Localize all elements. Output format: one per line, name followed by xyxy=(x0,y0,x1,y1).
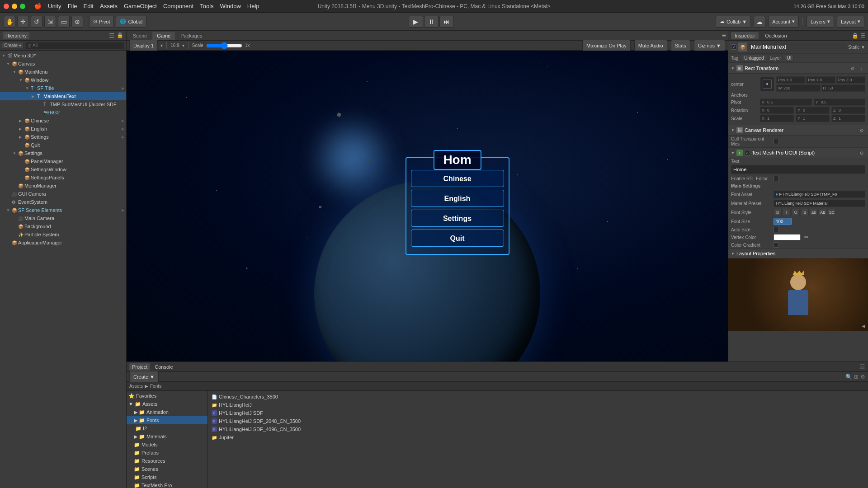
tab-scene[interactable]: Scene xyxy=(128,32,151,40)
menu-help[interactable]: Help xyxy=(247,3,259,9)
auto-size-checkbox[interactable] xyxy=(774,227,779,232)
pivot-button[interactable]: ⊙ Pivot xyxy=(89,16,114,28)
rotate-tool[interactable]: ↺ xyxy=(31,16,42,28)
pos-x-field[interactable]: Pos X0 xyxy=(776,76,805,84)
inspector-lock-icon[interactable]: 🔒 xyxy=(852,33,859,39)
layout-properties-header[interactable]: ▼ Layout Properties xyxy=(728,249,868,258)
hierarchy-bg2-item[interactable]: 📷 BG2 xyxy=(0,108,126,117)
hand-tool[interactable]: ✋ xyxy=(4,16,15,28)
layout-icon[interactable]: ⊞ xyxy=(854,374,859,380)
i2-item[interactable]: 📁 I2 xyxy=(127,424,208,432)
hierarchy-appmanager-item[interactable]: 📦 ApplicationManager xyxy=(0,239,126,247)
pivot-y-field[interactable]: Y0.5 xyxy=(814,99,866,106)
menu-component[interactable]: Component xyxy=(163,3,193,9)
rt-settings-icon[interactable]: ⊙ xyxy=(849,66,856,71)
hierarchy-sftitle-item[interactable]: ▼ T SF Title ▶ xyxy=(0,84,126,92)
hierarchy-root-item[interactable]: ▼ 🎬 Menu 3D* xyxy=(0,52,126,60)
chinese-button[interactable]: Chinese xyxy=(411,170,504,187)
hierarchy-guicamera-item[interactable]: 🎥 GUI Camera xyxy=(0,190,126,198)
uppercase-button[interactable]: AB xyxy=(819,209,827,216)
create-button[interactable]: Create ▾ xyxy=(2,42,24,49)
lowercase-button[interactable]: ab xyxy=(810,209,818,216)
pivot-x-field[interactable]: X0.5 xyxy=(760,99,812,106)
hierarchy-settingswindow-item[interactable]: 📦 SettingsWindow xyxy=(0,165,126,174)
scenes-item[interactable]: 📁 Scenes xyxy=(127,465,208,473)
static-dropdown[interactable]: Static ▼ xyxy=(848,45,865,50)
settings-icon[interactable]: ⚙ xyxy=(860,374,865,380)
textmeshpro-item[interactable]: 📁 TextMesh Pro xyxy=(127,481,208,488)
window-controls[interactable] xyxy=(4,4,25,9)
cr-settings-icon[interactable]: ⊙ xyxy=(858,127,865,133)
account-button[interactable]: Account ▾ xyxy=(768,16,799,28)
occlusion-tab[interactable]: Occlusion xyxy=(761,32,790,39)
tmp-header[interactable]: ▼ T Text Mesh Pro UGUI (Script) ⊙ xyxy=(728,147,868,158)
rot-z-field[interactable]: Z0 xyxy=(831,107,865,114)
hierarchy-particlesystem-item[interactable]: ✨ Particle System xyxy=(0,230,126,239)
settings-button[interactable]: Settings xyxy=(411,210,504,227)
hierarchy-mainmenutext-item[interactable]: ▶ T MainMenuText xyxy=(0,92,126,100)
animation-item[interactable]: ▶ 📁 Animation xyxy=(127,408,208,416)
rect-tool[interactable]: ▭ xyxy=(58,16,70,28)
menu-apple[interactable]: 🍎 xyxy=(34,3,42,9)
underline-button[interactable]: U xyxy=(792,209,800,216)
tab-game[interactable]: Game xyxy=(152,32,175,40)
project-tab[interactable]: Project xyxy=(129,363,150,371)
font-size-field[interactable]: 100 xyxy=(774,218,792,225)
menu-file[interactable]: File xyxy=(68,3,77,9)
close-button[interactable] xyxy=(4,4,9,9)
create-dropdown[interactable]: Create ▼ xyxy=(129,371,159,383)
go-name-field[interactable] xyxy=(749,43,846,51)
layout-button[interactable]: Layout ▾ xyxy=(837,16,864,28)
menu-tools[interactable]: Tools xyxy=(200,3,213,9)
play-button[interactable]: ▶ xyxy=(409,16,423,28)
file-hyliliangheil-sdf-2048[interactable]: F HYLiLiangHeiJ SDF_2048_CN_3500 xyxy=(210,417,866,425)
gizmos-button[interactable]: Gizmos ▼ xyxy=(694,40,725,52)
hierarchy-chinese-item[interactable]: ▶ 📦 Chinese ▶ xyxy=(0,117,126,125)
inspector-tab[interactable]: Inspector xyxy=(731,32,759,39)
hierarchy-quit-item[interactable]: 📦 Quit xyxy=(0,141,126,149)
mute-button[interactable]: Mute Audio xyxy=(634,40,667,52)
tmp-settings-icon[interactable]: ⊙ xyxy=(858,150,865,156)
cloud-button[interactable]: ☁ xyxy=(754,16,765,28)
hierarchy-settings2-item[interactable]: ▼ 📦 Settings xyxy=(0,149,126,157)
hierarchy-background-item[interactable]: 📦 Background xyxy=(0,222,126,230)
models-item[interactable]: 📁 Models xyxy=(127,441,208,449)
hierarchy-eventsystem-item[interactable]: ⚙ EventSystem xyxy=(0,198,126,206)
hierarchy-maincamera-item[interactable]: 🎥 Main Camera xyxy=(0,214,126,222)
file-jupiter-folder[interactable]: 📁 Jupiter xyxy=(210,433,866,441)
vertex-color-swatch[interactable] xyxy=(774,234,801,240)
english-button[interactable]: English xyxy=(411,190,504,207)
resources-item[interactable]: 📁 Resources xyxy=(127,457,208,465)
font-asset-value[interactable]: F F HYLiLiangHeiJ SDF (TMP_Fo xyxy=(774,191,865,198)
width-field[interactable]: W200 xyxy=(776,84,821,92)
go-active-checkbox[interactable] xyxy=(731,44,736,50)
scale-z-field[interactable]: Z1 xyxy=(831,115,865,122)
scale-x-field[interactable]: X1 xyxy=(760,115,794,122)
scale-y-field[interactable]: Y1 xyxy=(796,115,830,122)
rot-x-field[interactable]: X0 xyxy=(760,107,794,114)
pos-y-field[interactable]: Pos Y0 xyxy=(806,76,835,84)
file-hyliliangheil-folder[interactable]: 📁 HYLiLiangHeiJ xyxy=(210,401,866,409)
strikethrough-button[interactable]: S xyxy=(801,209,809,216)
menu-unity[interactable]: Unity xyxy=(48,3,61,9)
stats-button[interactable]: Stats xyxy=(671,40,690,52)
smallcaps-button[interactable]: SC xyxy=(828,209,836,216)
text-value[interactable]: Home xyxy=(731,165,865,174)
favorites-item[interactable]: ⭐ Favorites xyxy=(127,392,208,400)
material-preset-value[interactable]: HYLiLiangHeiJ SDF Material xyxy=(774,200,865,207)
breadcrumb-assets[interactable]: Assets xyxy=(129,384,143,389)
rt-overflow-icon[interactable]: ⋮ xyxy=(857,66,865,71)
rtl-checkbox[interactable] xyxy=(774,176,779,181)
materials-item[interactable]: ▶ 📁 Materials xyxy=(127,432,208,441)
menu-icon-scene[interactable]: ☰ xyxy=(722,33,726,38)
tmp-active-checkbox[interactable] xyxy=(745,150,750,155)
hierarchy-english-item[interactable]: ▶ 📦 English ▶ xyxy=(0,125,126,133)
tab-packages[interactable]: Packages xyxy=(176,32,207,40)
scale-tool[interactable]: ⇲ xyxy=(44,16,56,28)
hierarchy-panelmanager-item[interactable]: 📦 PanelManager xyxy=(0,157,126,165)
file-hyliliangheil-sdf-4096[interactable]: F HYLiLiangHeiJ SDF_4096_CN_3500 xyxy=(210,425,866,433)
rect-transform-header[interactable]: ▼ ⊞ Rect Transform ⊙ ⋮ xyxy=(728,63,868,74)
hierarchy-menumanager-item[interactable]: 📦 MenuManager xyxy=(0,182,126,190)
cull-checkbox[interactable] xyxy=(774,139,779,144)
menu-window[interactable]: Window xyxy=(220,3,241,9)
